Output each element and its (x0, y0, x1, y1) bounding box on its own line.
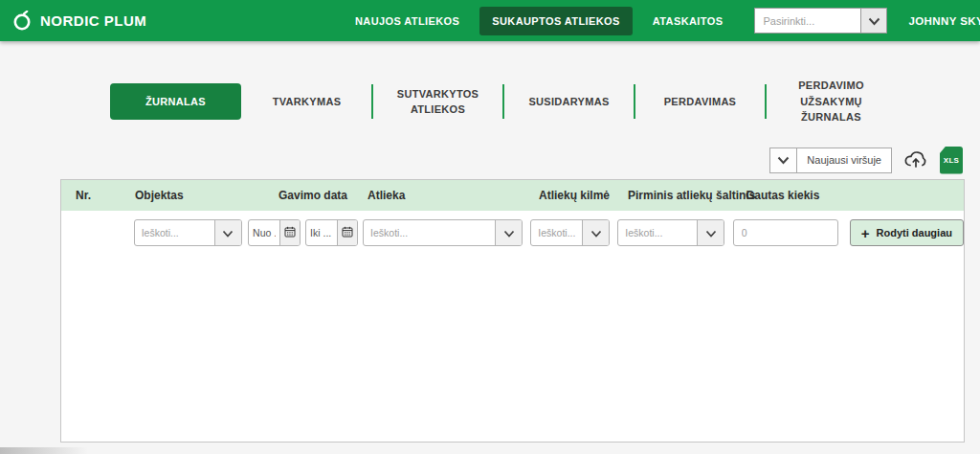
show-more-label: Rodyti daugiau (877, 227, 952, 238)
chevron-down-icon (777, 151, 790, 169)
brand-name: NORDIC PLUM (40, 12, 146, 29)
filter-cell-atlieka (363, 219, 530, 246)
atlieka-filter-dropdown-button[interactable] (495, 220, 522, 245)
objektas-filter-dropdown-button[interactable] (214, 220, 241, 245)
top-navigation: NAUJOS ATLIEKOS SUKAUPTOS ATLIEKOS ATASK… (339, 0, 980, 41)
tab-susidarymas[interactable]: SUSIDARYMAS (503, 83, 635, 120)
chevron-down-icon (868, 12, 880, 30)
saltinis-filter-combo (617, 219, 724, 246)
waste-journal-panel: Nr. Objektas Gavimo data Atlieka Atliekų… (60, 179, 965, 443)
nav-item-naujos-atliekos[interactable]: NAUJOS ATLIEKOS (343, 7, 472, 35)
filter-row: + Rodyti daugiau (61, 219, 964, 246)
column-header-gautas-kiekis: Gautas kiekis (746, 189, 964, 202)
kilme-filter-input[interactable] (531, 220, 582, 245)
kilme-filter-dropdown-button[interactable] (582, 220, 609, 245)
tab-perdavimas[interactable]: PERDAVIMAS (635, 83, 766, 120)
tab-tvarkymas[interactable]: TVARKYMAS (241, 83, 372, 120)
horizontal-scrollbar-remnant[interactable] (0, 447, 88, 454)
kiekis-filter-input[interactable] (733, 219, 838, 246)
column-header-atlieka: Atlieka (368, 189, 539, 202)
sort-dropdown-button[interactable] (770, 148, 797, 172)
saltinis-filter-dropdown-button[interactable] (697, 220, 724, 245)
cloud-upload-icon (902, 147, 929, 173)
date-to-picker (305, 219, 358, 246)
atlieka-filter-input[interactable] (364, 220, 495, 245)
filter-cell-gavimo-data (248, 219, 363, 246)
date-from-input[interactable] (249, 220, 279, 245)
column-header-atlieku-kilme: Atliekų kilmė (539, 189, 628, 202)
header-select-dropdown-button[interactable] (861, 8, 887, 34)
filter-cell-gautas-kiekis: + Rodyti daugiau (733, 219, 964, 246)
header-select-input[interactable] (754, 8, 861, 34)
export-button[interactable] (902, 147, 929, 173)
chevron-down-icon (222, 224, 234, 241)
objektas-filter-combo (134, 219, 242, 246)
objektas-filter-input[interactable] (135, 220, 214, 245)
filter-cell-atlieku-kilme (530, 219, 617, 246)
sort-order-value: Naujausi viršuje (797, 148, 891, 172)
sort-order-select[interactable]: Naujausi viršuje (769, 148, 892, 173)
date-to-calendar-button[interactable] (337, 220, 357, 245)
date-from-calendar-button[interactable] (279, 220, 300, 245)
section-tabs: ŽURNALAS TVARKYMAS SUTVARKYTOS ATLIEKOS … (110, 83, 980, 120)
chevron-down-icon (705, 224, 717, 241)
list-toolbar: Naujausi viršuje XLS (0, 146, 963, 174)
calendar-icon (342, 224, 353, 241)
tab-perdavimo-uzsakymu-zurnalas[interactable]: PERDAVIMO UŽSAKYMŲ ŽURNALAS (766, 76, 897, 127)
date-to-input[interactable] (306, 220, 337, 245)
saltinis-filter-input[interactable] (618, 220, 697, 245)
header-select (754, 8, 887, 34)
top-bar: NORDIC PLUM NAUJOS ATLIEKOS SUKAUPTOS AT… (0, 0, 980, 41)
atlieka-filter-combo (363, 219, 523, 246)
brand: NORDIC PLUM (11, 11, 146, 32)
show-more-button[interactable]: + Rodyti daugiau (850, 219, 964, 246)
calendar-icon (284, 224, 296, 241)
kilme-filter-combo (530, 219, 610, 246)
column-header-pirminis-saltinis: Pirminis atliekų šaltinis (628, 189, 746, 202)
xls-file-icon[interactable]: XLS (940, 147, 963, 174)
column-header-nr: Nr. (76, 189, 135, 202)
filter-cell-objektas (134, 219, 248, 246)
table-header-row: Nr. Objektas Gavimo data Atlieka Atliekų… (61, 180, 964, 211)
chevron-down-icon (590, 224, 602, 241)
chevron-down-icon (503, 224, 515, 241)
nav-item-sukauptos-atliekos[interactable]: SUKAUPTOS ATLIEKOS (479, 7, 633, 35)
filter-cell-pirminis-saltinis (617, 219, 732, 246)
tab-sutvarkytos-atliekos[interactable]: SUTVARKYTOS ATLIEKOS (372, 83, 503, 120)
nav-item-ataskaitos[interactable]: ATASKAITOS (640, 7, 736, 35)
tab-zurnalas[interactable]: ŽURNALAS (110, 83, 241, 120)
date-from-picker (248, 219, 301, 246)
user-menu[interactable]: JOHNNY SKY (908, 15, 980, 27)
ring-logo-icon (11, 11, 33, 32)
column-header-gavimo-data: Gavimo data (252, 189, 368, 202)
plus-icon: + (861, 226, 870, 240)
column-header-objektas: Objektas (135, 189, 252, 202)
